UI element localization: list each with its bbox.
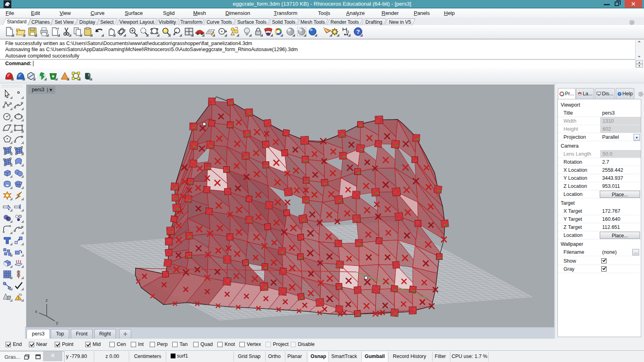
svg-text:z: z [45,298,48,302]
svg-text:?: ? [619,93,620,95]
svg-text:?: ? [356,28,360,35]
svg-text:x: x [35,309,37,314]
svg-text:y: y [56,320,58,325]
